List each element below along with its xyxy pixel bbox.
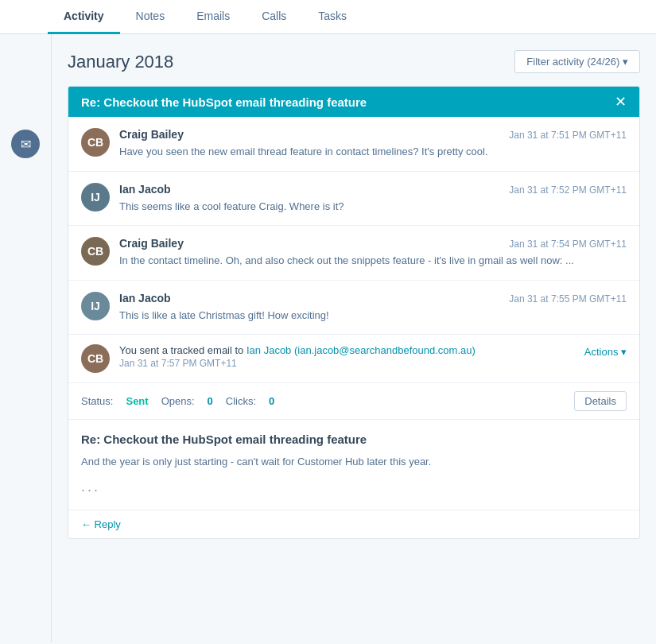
opens-value: 0 — [208, 395, 213, 407]
message-row: IJ Ian Jacob Jan 31 at 7:52 PM GMT+11 Th… — [68, 172, 639, 227]
message-meta: Craig Bailey Jan 31 at 7:51 PM GMT+11 — [119, 128, 627, 141]
details-button[interactable]: Details — [574, 391, 627, 411]
opens-label: Opens: — [161, 395, 195, 407]
tabs-bar: Activity Notes Emails Calls Tasks — [0, 0, 656, 34]
sender-name: Ian Jacob — [119, 183, 171, 196]
main-layout: ✉ January 2018 Filter activity (24/26) ▾… — [0, 34, 656, 642]
thread-close-button[interactable]: ✕ — [615, 95, 627, 109]
tab-activity[interactable]: Activity — [48, 0, 120, 34]
avatar: CB — [81, 344, 110, 373]
message-text: In the contact timeline. Oh, and also ch… — [119, 253, 627, 269]
reply-row: ← Reply — [68, 510, 639, 538]
tracked-text-before: You sent a tracked email to — [119, 344, 243, 356]
email-body-text: And the year is only just starting - can… — [81, 454, 627, 471]
email-preview: Re: Checkout the HubSpot email threading… — [68, 420, 639, 510]
message-time: Jan 31 at 7:52 PM GMT+11 — [509, 184, 627, 196]
message-time: Jan 31 at 7:54 PM GMT+11 — [509, 239, 627, 250]
sender-name: Craig Bailey — [119, 128, 184, 141]
message-body: Ian Jacob Jan 31 at 7:52 PM GMT+11 This … — [119, 183, 627, 215]
message-body: Craig Bailey Jan 31 at 7:54 PM GMT+11 In… — [119, 237, 627, 269]
clicks-label: Clicks: — [226, 395, 256, 407]
message-meta: Craig Bailey Jan 31 at 7:54 PM GMT+11 — [119, 237, 627, 250]
sender-name: Ian Jacob — [119, 292, 171, 305]
email-icon[interactable]: ✉ — [11, 130, 40, 158]
month-title: January 2018 — [68, 52, 173, 72]
message-text: This is like a late Christmas gift! How … — [119, 308, 627, 324]
sidebar: ✉ — [0, 34, 52, 642]
status-value: Sent — [126, 395, 148, 407]
clicks-value: 0 — [269, 395, 274, 407]
message-row: IJ Ian Jacob Jan 31 at 7:55 PM GMT+11 Th… — [68, 281, 639, 336]
sender-name: Craig Bailey — [119, 237, 184, 250]
content-header: January 2018 Filter activity (24/26) ▾ — [68, 50, 640, 73]
status-row: Status: Sent Opens: 0 Clicks: 0 Details — [68, 383, 639, 420]
reply-button[interactable]: ← Reply — [81, 518, 121, 530]
tracked-time: Jan 31 at 7:57 PM GMT+11 — [119, 358, 575, 369]
tracked-text: You sent a tracked email to Ian Jacob (i… — [119, 344, 575, 356]
thread-header-title: Re: Checkout the HubSpot email threading… — [81, 95, 367, 109]
tracked-recipient-name: Ian Jacob — [246, 344, 291, 356]
message-text: This seems like a cool feature Craig. Wh… — [119, 199, 627, 215]
content-area: January 2018 Filter activity (24/26) ▾ R… — [52, 34, 656, 642]
message-text: Have you seen the new email thread featu… — [119, 144, 627, 160]
message-time: Jan 31 at 7:51 PM GMT+11 — [509, 130, 627, 141]
message-time: Jan 31 at 7:55 PM GMT+11 — [509, 293, 627, 305]
message-meta: Ian Jacob Jan 31 at 7:55 PM GMT+11 — [119, 292, 627, 305]
tab-notes[interactable]: Notes — [120, 0, 181, 34]
tab-emails[interactable]: Emails — [180, 0, 246, 34]
avatar: IJ — [81, 183, 110, 211]
actions-button[interactable]: Actions ▾ — [584, 344, 627, 358]
avatar: IJ — [81, 292, 110, 320]
tracked-body: You sent a tracked email to Ian Jacob (i… — [119, 344, 575, 369]
message-body: Ian Jacob Jan 31 at 7:55 PM GMT+11 This … — [119, 292, 627, 324]
message-row: CB Craig Bailey Jan 31 at 7:54 PM GMT+11… — [68, 226, 639, 281]
email-subject: Re: Checkout the HubSpot email threading… — [81, 433, 627, 446]
avatar: CB — [81, 237, 110, 266]
message-body: Craig Bailey Jan 31 at 7:51 PM GMT+11 Ha… — [119, 128, 627, 160]
tab-tasks[interactable]: Tasks — [302, 0, 363, 34]
filter-activity-button[interactable]: Filter activity (24/26) ▾ — [514, 50, 640, 73]
message-meta: Ian Jacob Jan 31 at 7:52 PM GMT+11 — [119, 183, 627, 196]
tracked-recipient-email: (ian.jacob@searchandbefound.com.au) — [294, 344, 476, 356]
status-label: Status: — [81, 395, 113, 407]
email-ellipsis: ... — [81, 479, 627, 495]
thread-card: Re: Checkout the HubSpot email threading… — [68, 86, 640, 539]
avatar: CB — [81, 128, 110, 157]
message-row: CB Craig Bailey Jan 31 at 7:51 PM GMT+11… — [68, 117, 639, 172]
thread-header: Re: Checkout the HubSpot email threading… — [68, 87, 639, 117]
tracked-email-row: CB You sent a tracked email to Ian Jacob… — [68, 335, 639, 383]
tab-calls[interactable]: Calls — [246, 0, 302, 34]
